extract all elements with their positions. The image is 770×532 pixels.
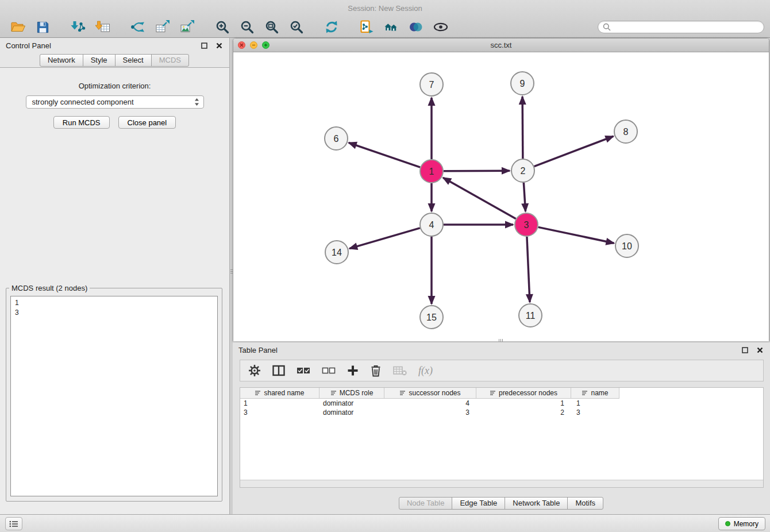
minimize-window-button[interactable] (250, 41, 257, 49)
optimization-criterion-label: Optimization criterion: (0, 82, 229, 90)
table-horizontal-scrollbar[interactable] (240, 480, 763, 487)
network-window-titlebar[interactable]: scc.txt (233, 38, 769, 52)
tab-node-table[interactable]: Node Table (399, 497, 453, 510)
tab-style[interactable]: Style (83, 54, 116, 67)
cell-shared-name[interactable]: 1 (240, 399, 319, 408)
refresh-layout-button[interactable] (319, 17, 344, 37)
cell-successor-nodes[interactable]: 3 (384, 408, 476, 417)
close-panel-button-2[interactable]: Close panel (118, 116, 176, 129)
zoom-window-button[interactable] (262, 41, 270, 49)
vertical-splitter-grip[interactable] (230, 264, 233, 278)
cell-mcds-role[interactable]: dominator (319, 408, 384, 417)
graph-node-label-14: 14 (332, 248, 342, 257)
cell-name[interactable]: 1 (571, 399, 619, 408)
import-table-button[interactable] (90, 17, 115, 37)
delete-column-button[interactable] (370, 362, 382, 379)
share-network-button[interactable] (125, 17, 150, 37)
zoom-glyph-icon (264, 43, 268, 47)
horizontal-splitter-grip[interactable] (494, 338, 507, 342)
column-header-shared-name[interactable]: shared name (240, 388, 319, 399)
network-document-button[interactable] (354, 17, 379, 37)
mcds-result-line: 1 (15, 298, 213, 308)
graph-edge-2-3[interactable] (523, 183, 525, 211)
mcds-result-line: 3 (15, 308, 213, 318)
open-session-button[interactable] (6, 17, 30, 37)
column-header-successor-nodes[interactable]: successor nodes (384, 388, 476, 399)
graph-edge-2-9[interactable] (522, 97, 523, 159)
tab-network-table[interactable]: Network Table (505, 497, 568, 510)
float-table-panel-button[interactable] (740, 345, 749, 354)
column-header-predecessor-nodes[interactable]: predecessor nodes (476, 388, 571, 399)
fx-icon: f(x) (418, 365, 433, 377)
graph-edge-4-14[interactable] (349, 228, 420, 249)
zoom-out-button[interactable] (234, 17, 259, 37)
show-hide-button[interactable] (428, 17, 453, 37)
tab-network[interactable]: Network (40, 54, 83, 67)
graph-edge-2-8[interactable] (534, 136, 614, 166)
graph-edge-3-11[interactable] (527, 237, 530, 302)
memory-button[interactable]: Memory (718, 517, 765, 530)
cell-name[interactable]: 3 (571, 408, 619, 417)
zoom-in-button[interactable] (210, 17, 234, 37)
tab-motifs[interactable]: Motifs (567, 497, 603, 510)
control-panel: Control Panel Network Style Select MCDS (0, 38, 230, 514)
deselect-all-columns-button[interactable] (322, 362, 336, 379)
task-history-button[interactable] (5, 517, 22, 530)
table-row[interactable]: 1 dominator 4 1 1 (240, 399, 763, 408)
graph-node-label-10: 10 (622, 241, 632, 251)
export-table-button[interactable] (150, 17, 175, 37)
show-columns-button[interactable] (272, 362, 285, 379)
export-table-icon (155, 20, 170, 34)
cell-shared-name[interactable]: 3 (240, 408, 319, 417)
application-window: Session: New Session (0, 0, 770, 532)
close-window-button[interactable] (238, 41, 245, 49)
trash-icon (370, 364, 382, 377)
graph-edge-3-1[interactable] (443, 178, 516, 218)
table-settings-button[interactable] (248, 362, 261, 379)
graph-edge-1-6[interactable] (349, 142, 420, 167)
mcds-result-list[interactable]: 1 3 (10, 296, 218, 496)
main-toolbar (0, 16, 770, 38)
tab-mcds[interactable]: MCDS (151, 54, 189, 67)
window-titlebar[interactable]: Session: New Session (0, 0, 770, 16)
tab-select[interactable]: Select (115, 54, 152, 67)
graph-edge-3-10[interactable] (538, 227, 614, 243)
tab-edge-table[interactable]: Edge Table (452, 497, 505, 510)
filter-button[interactable] (403, 17, 428, 37)
table-panel-tabs: Node Table Edge Table Network Table Moti… (233, 497, 770, 510)
delete-table-icon (393, 365, 407, 376)
close-panel-button[interactable] (214, 41, 224, 50)
cell-predecessor-nodes[interactable]: 1 (476, 399, 571, 408)
run-mcds-button[interactable]: Run MCDS (53, 116, 110, 129)
cell-predecessor-nodes[interactable]: 2 (476, 408, 571, 417)
column-header-mcds-role[interactable]: MCDS role (319, 388, 384, 399)
create-column-button[interactable] (347, 362, 359, 379)
toolbar-search-input[interactable] (614, 23, 759, 31)
home-neighbors-button[interactable] (379, 17, 403, 37)
cell-mcds-role[interactable]: dominator (319, 399, 384, 408)
network-canvas[interactable]: 1234678910111415 (233, 52, 769, 341)
control-panel-title: Control Panel (6, 41, 51, 50)
table-row[interactable]: 3 dominator 3 2 3 (240, 408, 763, 417)
select-all-columns-button[interactable] (297, 362, 310, 379)
zoom-selected-button[interactable] (284, 17, 309, 37)
optimization-criterion-dropdown[interactable]: strongly connected component (26, 95, 204, 109)
sort-icon (399, 390, 406, 396)
export-image-button[interactable] (175, 17, 199, 37)
toolbar-search[interactable] (598, 21, 764, 33)
save-session-button[interactable] (30, 17, 55, 37)
status-bar: Memory (0, 514, 770, 532)
delete-table-button[interactable] (393, 362, 407, 379)
function-builder-button[interactable]: f(x) (418, 362, 433, 379)
graph-node-label-9: 9 (520, 79, 525, 88)
network-svg[interactable]: 1234678910111415 (233, 52, 769, 341)
import-network-button[interactable] (66, 17, 90, 37)
column-header-name[interactable]: name (571, 388, 619, 399)
cell-filler (619, 399, 763, 408)
columns-icon (272, 365, 285, 376)
zoom-fit-button[interactable] (259, 17, 284, 37)
float-panel-button[interactable] (199, 41, 209, 50)
cell-successor-nodes[interactable]: 4 (384, 399, 476, 408)
graph-edge-1-2[interactable] (444, 171, 510, 171)
close-table-panel-button[interactable] (755, 345, 764, 354)
